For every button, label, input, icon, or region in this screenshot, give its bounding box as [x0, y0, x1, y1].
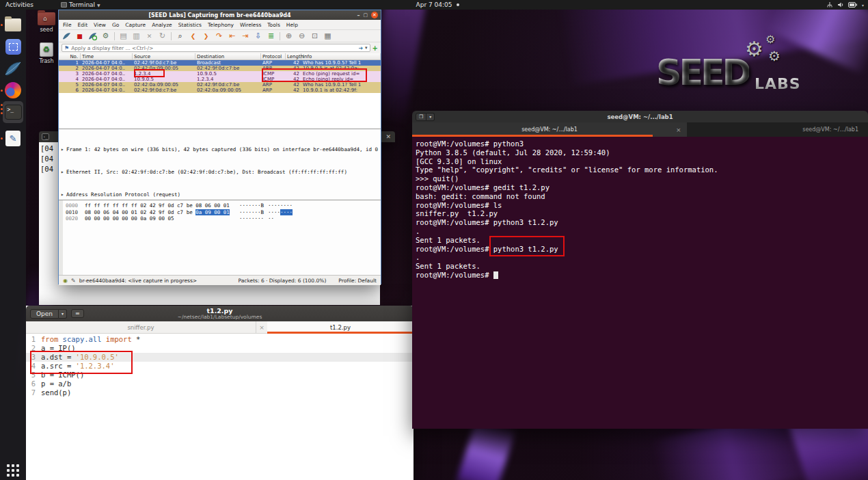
window-title: [SEED Labs] Capturing from br-ee6440baa9… [148, 12, 290, 18]
packet-row[interactable]: 12026-04-07 04:0..02:42:9f:0d:c7:beBroad… [59, 60, 381, 66]
detail-line[interactable]: ▸Ethernet II, Src: 02:42:9f:0d:c7:be (02… [61, 168, 381, 176]
close-tab-icon[interactable]: × [256, 321, 267, 333]
terminal-tab-inactive[interactable]: seed@VM: ~/.../lab1 [687, 122, 868, 137]
packet-row[interactable]: 62026-04-07 04:0..02:42:9f:0d:c7:be02:42… [59, 88, 381, 93]
go-last-icon[interactable]: ⇥ [241, 31, 249, 40]
menu-wireless[interactable]: Wireless [240, 22, 261, 28]
wireshark-titlebar[interactable]: [SEED Labs] Capturing from br-ee6440baa9… [59, 10, 381, 20]
close-tab-icon[interactable]: × [676, 122, 681, 137]
show-applications-button[interactable] [3, 461, 23, 480]
menu-capture[interactable]: Capture [125, 22, 146, 28]
wireshark-window: [SEED Labs] Capturing from br-ee6440baa9… [58, 10, 381, 284]
go-back-icon[interactable]: ❮ [189, 33, 198, 40]
open-file-icon[interactable]: ▤ [119, 31, 128, 40]
display-filter-field[interactable]: ⚑ ➜ ▾ [62, 44, 370, 52]
terminal-titlebar[interactable]: seed@VM: ~/.../lab1 ❐ ▾ [412, 111, 868, 122]
system-tray[interactable]: ▾ [826, 0, 864, 10]
menu-view[interactable]: View [94, 22, 106, 28]
chevron-down-icon[interactable]: ▾ [426, 113, 435, 121]
start-capture-icon[interactable] [62, 32, 71, 40]
menu-edit[interactable]: Edit [78, 22, 88, 28]
dock-item-text-editor[interactable]: ✎ [3, 129, 23, 148]
toolbar-separator [280, 32, 280, 40]
hex-row[interactable]: 0000ff ff ff ff ff ff 02 429f 0d c7 be 0… [59, 202, 381, 209]
column-no[interactable]: No. [59, 53, 81, 59]
code-line: 5b = ICMP() [26, 371, 413, 379]
terminal-tab-active[interactable]: seed@VM: ~/.../lab1 × [412, 122, 687, 137]
menu-go[interactable]: Go [112, 22, 119, 28]
dock-item-files[interactable] [3, 15, 23, 34]
profile[interactable]: Profile: Default [338, 278, 377, 284]
gedit-headerbar[interactable]: Open ▾ ≡ t1.2.py ~/netsec/lab1/Labsetup/… [26, 306, 413, 321]
display-filter-input[interactable] [71, 45, 356, 51]
dock-item-screenshot[interactable] [3, 37, 23, 56]
new-tab-icon[interactable]: ❐ [416, 113, 426, 121]
clock[interactable]: Apr 7 04:05 [0, 1, 868, 8]
column-destination[interactable]: Destination [195, 53, 261, 59]
colorize-icon[interactable]: ≣ [267, 31, 275, 40]
column-source[interactable]: Source [133, 53, 195, 59]
expander-icon[interactable]: ▸ [61, 168, 66, 176]
menu-icon[interactable]: ≡ [71, 309, 84, 318]
packet-list-header[interactable]: No. Time Source Destination Protocol Len… [59, 53, 381, 60]
column-time[interactable]: Time [81, 53, 133, 59]
minimize-icon[interactable]: – [357, 12, 360, 18]
restart-capture-icon[interactable] [88, 32, 97, 40]
tab-t1-2-py[interactable]: t1.2.py [267, 321, 413, 333]
go-to-packet-icon[interactable]: ↷ [215, 31, 223, 40]
zoom-in-icon[interactable]: ⊕ [284, 31, 293, 40]
close-capture-icon[interactable]: ✕ [145, 33, 154, 40]
hex-row[interactable]: 001008 00 06 04 00 01 02 429f 0d c7 be 0… [59, 209, 381, 216]
auto-scroll-icon[interactable]: ⇩ [254, 31, 262, 40]
dock-item-wireshark[interactable] [3, 59, 23, 79]
find-packet-icon[interactable]: ⌕ [176, 31, 185, 40]
dock-item-firefox[interactable] [3, 81, 23, 100]
close-icon[interactable]: ✕ [385, 133, 391, 140]
maximize-icon[interactable]: ▢ [363, 12, 368, 18]
apply-filter-icon[interactable]: ➜ [358, 45, 363, 51]
go-first-icon[interactable]: ⇤ [228, 31, 236, 40]
column-info[interactable]: Info [301, 53, 381, 59]
resize-columns-icon[interactable]: ▦ [323, 31, 332, 40]
close-icon[interactable]: ✕ [371, 12, 378, 18]
menu-statistics[interactable]: Statistics [178, 22, 202, 28]
open-dropdown-icon[interactable]: ▾ [59, 309, 67, 319]
save-file-icon[interactable]: ▥ [132, 31, 141, 40]
zoom-out-icon[interactable]: ⊖ [297, 31, 306, 40]
column-protocol[interactable]: Protocol [261, 53, 286, 59]
column-length[interactable]: Length [286, 53, 301, 59]
reload-icon[interactable]: ↻ [158, 31, 167, 40]
menu-file[interactable]: File [63, 22, 72, 28]
hex-row[interactable]: 002000 00 00 00 00 00 0a 0900 05········… [59, 215, 381, 222]
desktop-icon-seed[interactable]: ⌂ seed [31, 12, 62, 33]
menu-help[interactable]: Help [286, 22, 298, 28]
menu-telephony[interactable]: Telephony [208, 22, 234, 28]
stop-capture-icon[interactable]: ■ [75, 33, 84, 40]
dock-item-terminal[interactable]: >_ [3, 101, 23, 123]
chevron-down-icon[interactable]: ▾ [365, 45, 368, 51]
terminal-content[interactable]: root@VM:/volumes# python3 Python 3.8.5 (… [412, 137, 868, 429]
expert-info-icon[interactable]: ◉ [63, 278, 68, 284]
open-button[interactable]: Open [30, 309, 59, 319]
desktop-icon-trash[interactable]: ♻ Trash [31, 42, 62, 64]
tab-sniffer-py[interactable]: sniffer.py [26, 321, 256, 333]
zoom-100-icon[interactable]: ⊡ [310, 31, 319, 40]
add-filter-button-icon[interactable]: + [372, 44, 378, 52]
go-forward-icon[interactable]: ❯ [202, 33, 211, 40]
menu-analyze[interactable]: Analyze [152, 22, 172, 28]
menu-tools[interactable]: Tools [267, 22, 280, 28]
detail-line[interactable]: ▸Address Resolution Protocol (request) [61, 191, 381, 198]
code-editor[interactable]: 1from scapy.all import * 2a = IP() 3a.ds… [26, 334, 413, 480]
annotate-icon[interactable]: ✎ [71, 278, 76, 284]
expander-icon[interactable]: ▸ [61, 191, 66, 198]
packet-row[interactable]: 32026-04-07 04:0..1.2.3.410.9.0.5ICMP42E… [59, 71, 381, 77]
expander-icon[interactable]: ▸ [61, 146, 66, 153]
filter-bookmark-icon[interactable]: ⚑ [64, 45, 69, 51]
new-tab-button-group[interactable]: ❐ ▾ [416, 113, 435, 121]
detail-line[interactable]: ▸Frame 1: 42 bytes on wire (336 bits), 4… [61, 146, 381, 153]
capture-options-icon[interactable]: ⚙ [101, 31, 110, 40]
packet-row[interactable]: 22026-04-07 04:0..02:42:0a:09:00:0502:42… [59, 66, 381, 71]
packet-row[interactable]: 42026-04-07 04:0..10.9.0.51.2.3.4ICMP42E… [59, 77, 381, 82]
open-button-group[interactable]: Open ▾ [30, 309, 67, 319]
packet-row[interactable]: 52026-04-07 04:0..02:42:0a:09:00:0502:42… [59, 82, 381, 88]
